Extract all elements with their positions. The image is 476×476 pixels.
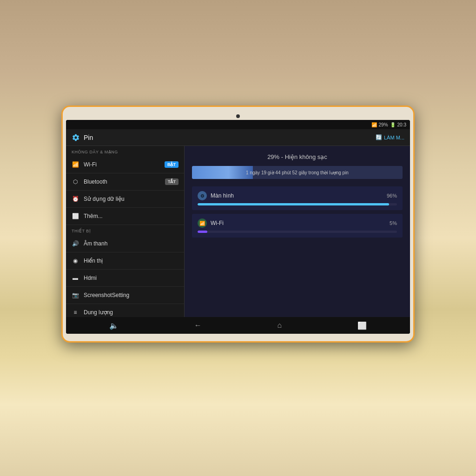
sidebar-item-sound[interactable]: 🔊 Âm thanh: [66, 235, 184, 252]
storage-label: Dung lượng: [84, 309, 113, 316]
sidebar-item-storage[interactable]: ≡ Dung lượng: [66, 304, 184, 317]
wifi-label: Wi-Fi: [84, 161, 97, 168]
battery-bar-fill: [192, 166, 253, 179]
sidebar-item-bluetooth[interactable]: ⬡ Bluetooth TẮT: [66, 173, 184, 191]
volume-button[interactable]: 🔈: [104, 319, 124, 332]
nav-bar: 🔈 ← ⌂ ⬜: [66, 317, 410, 334]
sound-label: Âm thanh: [84, 240, 107, 247]
battery-bar: 1 ngày 19 giờ 44 phút 52 giây trong thời…: [192, 166, 403, 179]
display-icon: ◉: [72, 257, 79, 264]
sidebar: KHÔNG DÂY & MẠNG 📶 Wi-Fi BẬT ⬡ Bluetooth…: [66, 146, 185, 317]
battery-time-text: 1 ngày 19 giờ 44 phút 52 giây trong thời…: [246, 170, 349, 175]
bluetooth-icon: ⬡: [72, 178, 79, 185]
settings-gear-icon: [72, 133, 80, 142]
top-bar: Pin 🔄 LÀM M...: [66, 129, 410, 146]
usage-wifi-left: 📶 Wi-Fi: [198, 218, 224, 228]
more-label: Thêm...: [84, 213, 103, 219]
usage-screen-header: ⚙ Màn hình 96%: [198, 191, 397, 200]
sidebar-item-display[interactable]: ◉ Hiển thị: [66, 252, 184, 270]
usage-wifi-header: 📶 Wi-Fi 5%: [198, 218, 397, 228]
status-icons: 📶 29% 🔋 20:3: [371, 122, 406, 127]
screenshot-icon: 📷: [72, 291, 79, 299]
top-bar-action[interactable]: 🔄 LÀM M...: [376, 134, 404, 140]
right-panel: 29% - Hiện không sạc 1 ngày 19 giờ 44 ph…: [185, 146, 410, 317]
data-label: Sử dụng dữ liệu: [84, 196, 125, 202]
home-button[interactable]: ⌂: [271, 319, 287, 331]
wifi-progress-bg: [198, 231, 397, 233]
status-bar: 📶 29% 🔋 20:3: [66, 120, 410, 129]
usage-screen-left: ⚙ Màn hình: [198, 191, 234, 200]
screen-progress-bg: [198, 203, 397, 205]
wifi-progress-fill: [198, 231, 207, 233]
screen-progress-fill: [198, 203, 389, 205]
section-wireless: KHÔNG DÂY & MẠNG: [66, 146, 184, 156]
wifi-usage-icon: 📶: [198, 218, 207, 228]
data-icon: ⏰: [72, 195, 79, 203]
screen-usage-icon: ⚙: [198, 191, 207, 200]
usage-item-screen[interactable]: ⚙ Màn hình 96%: [192, 186, 403, 210]
main-content: KHÔNG DÂY & MẠNG 📶 Wi-Fi BẬT ⬡ Bluetooth…: [66, 146, 410, 317]
screenshot-label: ScreenshotSetting: [84, 292, 129, 298]
tablet-screen: 📶 29% 🔋 20:3 Pin 🔄 LÀM M... K: [66, 120, 410, 334]
battery-status: 29%: [379, 122, 388, 127]
sidebar-item-hdmi[interactable]: ▬ Hdmi: [66, 270, 184, 287]
display-label: Hiển thị: [84, 258, 103, 264]
wifi-icon: 📶: [72, 161, 79, 168]
recents-button[interactable]: ⬜: [352, 319, 372, 332]
top-bar-title-area: Pin: [72, 133, 93, 142]
screen-usage-percent: 96%: [387, 193, 397, 198]
bluetooth-toggle[interactable]: TẮT: [165, 178, 178, 185]
wifi-toggle[interactable]: BẬT: [165, 161, 178, 168]
sidebar-item-wifi[interactable]: 📶 Wi-Fi BẬT: [66, 156, 184, 173]
sidebar-item-screenshot[interactable]: 📷 ScreenshotSetting: [66, 287, 184, 304]
wifi-usage-name: Wi-Fi: [211, 220, 224, 226]
tablet-camera: [236, 114, 240, 118]
hdmi-icon: ▬: [72, 274, 79, 282]
battery-icon: 🔋: [390, 122, 396, 127]
section-device: THIẾT BỊ: [66, 225, 184, 235]
sidebar-item-more[interactable]: ⬜ Thêm...: [66, 208, 184, 225]
storage-icon: ≡: [72, 309, 79, 316]
back-button[interactable]: ←: [189, 319, 207, 331]
tablet-device: 📶 29% 🔋 20:3 Pin 🔄 LÀM M... K: [61, 106, 415, 343]
sound-icon: 🔊: [72, 240, 79, 247]
more-icon: ⬜: [72, 212, 79, 220]
refresh-icon: 🔄: [376, 134, 382, 140]
sidebar-item-data-usage[interactable]: ⏰ Sử dụng dữ liệu: [66, 191, 184, 208]
usage-item-wifi[interactable]: 📶 Wi-Fi 5%: [192, 214, 403, 238]
bluetooth-label: Bluetooth: [84, 178, 107, 185]
battery-status-text: 29% - Hiện không sạc: [192, 153, 403, 160]
wifi-status-icon: 📶: [371, 122, 377, 127]
screen-usage-name: Màn hình: [211, 192, 234, 199]
page-title: Pin: [84, 134, 93, 141]
hdmi-label: Hdmi: [84, 275, 97, 281]
wifi-usage-percent: 5%: [390, 220, 397, 226]
clock: 20:3: [397, 122, 406, 127]
